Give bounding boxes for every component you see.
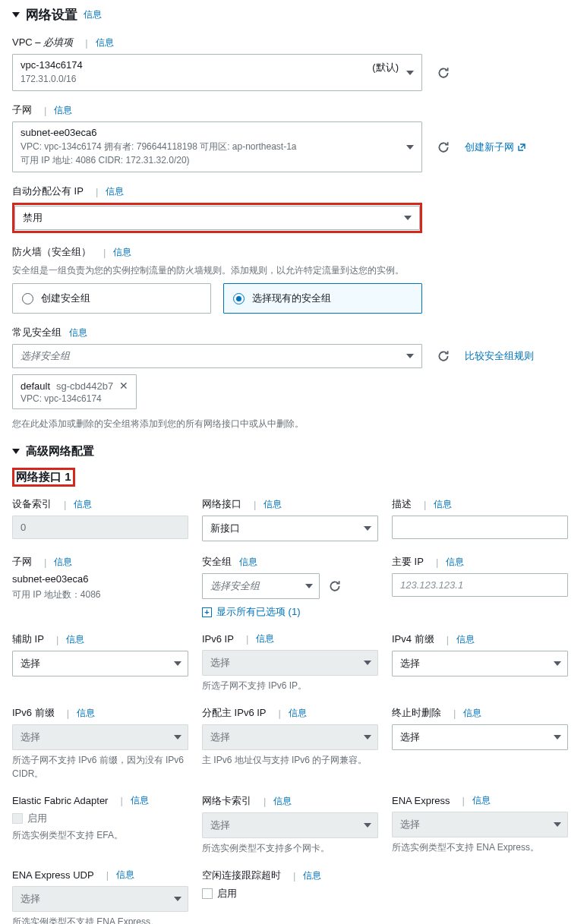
ena-express-label: ENA Express (392, 795, 450, 806)
chevron-down-icon (305, 584, 313, 588)
card-index-label: 网络卡索引 (202, 794, 251, 808)
idle-timeout-check-label: 启用 (217, 887, 237, 900)
common-sg-label: 常见安全组 (12, 326, 62, 339)
firewall-label: 防火墙（安全组） (12, 245, 91, 259)
radio-create-sg[interactable]: 创建安全组 (12, 283, 211, 314)
radio-existing-sg[interactable]: 选择现有的安全组 (223, 283, 422, 314)
adv-caret-icon[interactable] (12, 449, 20, 454)
section-caret-icon[interactable] (12, 12, 20, 17)
subnet-select[interactable]: subnet-ee03eca6 VPC: vpc-134c6174 拥有者: 7… (12, 121, 422, 172)
ena-express-select: 选择 (392, 812, 568, 837)
show-selected-link[interactable]: + 显示所有已选项 (1) (202, 605, 301, 619)
ipv6-prefix-info[interactable]: 信息 (77, 707, 95, 720)
delete-on-term-info[interactable]: 信息 (463, 707, 481, 720)
sg-tag-name: default (21, 380, 50, 392)
autoip-info-link[interactable]: 信息 (106, 185, 124, 198)
ipv6-ip-label: IPv6 IP (202, 633, 234, 645)
chevron-down-icon (554, 661, 561, 666)
interface-label: 网络接口 (202, 497, 241, 511)
chevron-down-icon (174, 897, 181, 901)
description-label: 描述 (392, 497, 412, 511)
primary-ip-input[interactable] (392, 573, 568, 597)
delete-on-term-label: 终止时删除 (392, 706, 441, 720)
chevron-down-icon (174, 735, 181, 740)
ipv6-prefix-hint: 所选子网不支持 IPv6 前缀，因为没有 IPv6 CIDR。 (12, 753, 188, 781)
card-index-info[interactable]: 信息 (273, 795, 292, 808)
description-info[interactable]: 信息 (434, 498, 452, 511)
common-sg-info-link[interactable]: 信息 (69, 326, 87, 339)
ipv6-ip-info[interactable]: 信息 (256, 632, 274, 645)
nic-subnet-sub: 可用 IP 地址数：4086 (12, 588, 188, 601)
sg-tag-sub: VPC: vpc-134c6174 (21, 393, 128, 404)
subnet-label: 子网 (12, 103, 32, 117)
vpc-refresh-button[interactable] (436, 65, 451, 80)
subnet-select-sub: VPC: vpc-134c6174 拥有者: 796644118198 可用区:… (21, 140, 399, 167)
subnet-refresh-button[interactable] (436, 140, 451, 155)
section-title: 网络设置 (26, 6, 77, 24)
ipv4-prefix-select[interactable]: 选择 (392, 651, 568, 676)
card-index-select: 选择 (202, 812, 378, 838)
adv-title: 高级网络配置 (26, 444, 94, 459)
device-index-info[interactable]: 信息 (74, 498, 92, 511)
idle-timeout-checkbox[interactable] (202, 888, 213, 899)
refresh-icon (437, 66, 450, 80)
idle-timeout-label: 空闲连接跟踪超时 (202, 869, 281, 882)
card-index-hint: 所选实例类型不支持多个网卡。 (202, 841, 378, 855)
nic-subnet-info[interactable]: 信息 (54, 556, 72, 569)
nic-sg-refresh[interactable] (327, 579, 342, 594)
create-subnet-link[interactable]: 创建新子网 (465, 140, 526, 154)
primary-ip-label: 主要 IP (392, 555, 424, 569)
efa-info[interactable]: 信息 (131, 794, 149, 807)
ena-express-info[interactable]: 信息 (472, 794, 491, 807)
nic-sg-info[interactable]: 信息 (239, 556, 257, 569)
refresh-icon (437, 349, 450, 363)
autoip-label: 自动分配公有 IP (12, 184, 84, 198)
chevron-down-icon (364, 526, 371, 531)
idle-timeout-info[interactable]: 信息 (303, 869, 321, 882)
device-index-input (12, 516, 188, 539)
ipv4-prefix-info[interactable]: 信息 (456, 633, 475, 646)
delete-on-term-select[interactable]: 选择 (392, 724, 568, 750)
sg-tag-remove[interactable]: ✕ (119, 380, 128, 392)
compare-sg-link[interactable]: 比较安全组规则 (465, 349, 534, 363)
primary-ip-info[interactable]: 信息 (446, 556, 464, 569)
chevron-down-icon (554, 822, 561, 827)
nic-subnet-value: subnet-ee03eca6 (12, 573, 188, 585)
chevron-down-icon (406, 71, 414, 75)
chevron-down-icon (554, 735, 561, 740)
device-index-label: 设备索引 (12, 497, 52, 511)
assign-ipv6-info[interactable]: 信息 (289, 707, 307, 720)
common-sg-refresh-button[interactable] (436, 348, 451, 364)
sg-tag-hint: 您在此处添加或删除的安全组将添加到您的所有网络接口中或从中删除。 (12, 417, 575, 430)
section-info-link[interactable]: 信息 (84, 8, 102, 21)
radio-create-sg-label: 创建安全组 (41, 292, 90, 305)
vpc-info-link[interactable]: 信息 (96, 36, 114, 49)
efa-hint: 所选实例类型不支持 EFA。 (12, 828, 188, 842)
interface-info[interactable]: 信息 (264, 498, 282, 511)
nic-sg-label: 安全组 (202, 555, 232, 569)
chevron-down-icon (404, 216, 412, 220)
secondary-ip-label: 辅助 IP (12, 632, 44, 646)
chevron-down-icon (406, 145, 414, 150)
nic-subnet-label: 子网 (12, 555, 32, 569)
subnet-info-link[interactable]: 信息 (54, 104, 72, 117)
nic-sg-select[interactable]: 选择安全组 (202, 573, 320, 599)
common-sg-select[interactable]: 选择安全组 (12, 344, 422, 368)
autoip-select[interactable]: 禁用 (14, 206, 420, 230)
assign-ipv6-select: 选择 (202, 724, 378, 750)
chevron-down-icon (364, 823, 371, 828)
vpc-select[interactable]: vpc-134c6174 172.31.0.0/16 (默认) (12, 54, 422, 91)
chevron-down-icon (406, 354, 414, 358)
refresh-icon (328, 579, 342, 593)
secondary-ip-info[interactable]: 信息 (66, 633, 84, 646)
ipv6-ip-hint: 所选子网不支持 IPv6 IP。 (202, 679, 378, 692)
description-input[interactable] (392, 516, 568, 539)
secondary-ip-select[interactable]: 选择 (12, 651, 188, 676)
interface-select[interactable]: 新接口 (202, 516, 378, 541)
ena-udp-info[interactable]: 信息 (116, 869, 134, 881)
ena-express-hint: 所选实例类型不支持 ENA Express。 (392, 840, 568, 854)
firewall-hint: 安全组是一组负责为您的实例控制流量的防火墙规则。添加规则，以允许特定流量到达您的… (12, 263, 575, 277)
vpc-label: VPC – 必填项 (12, 36, 73, 49)
chevron-down-icon (174, 661, 181, 666)
firewall-info-link[interactable]: 信息 (113, 246, 131, 259)
